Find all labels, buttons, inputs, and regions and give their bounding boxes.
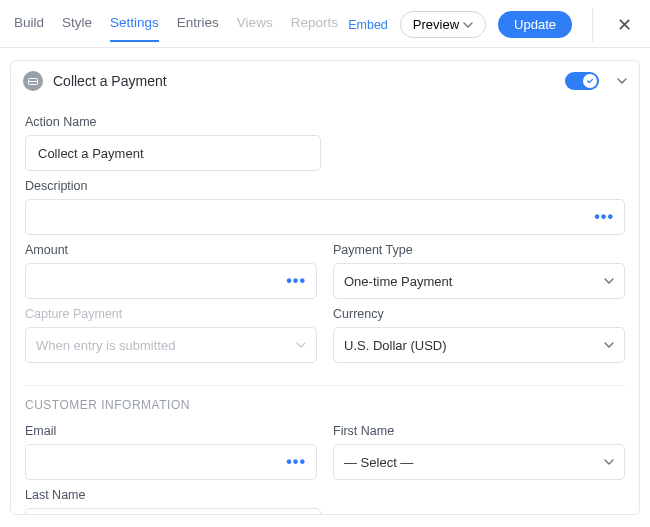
last-name-select[interactable]: — Select — xyxy=(25,508,321,515)
email-label: Email xyxy=(25,424,317,438)
action-name-input[interactable] xyxy=(25,135,321,171)
chevron-down-icon xyxy=(463,20,473,30)
description-input[interactable]: ••• xyxy=(25,199,625,235)
amount-field[interactable] xyxy=(36,273,286,290)
more-options-icon[interactable]: ••• xyxy=(286,458,306,466)
email-input[interactable]: ••• xyxy=(25,444,317,480)
email-field[interactable] xyxy=(36,454,286,471)
more-options-icon[interactable]: ••• xyxy=(286,277,306,285)
currency-label: Currency xyxy=(333,307,625,321)
preview-label: Preview xyxy=(413,17,459,32)
tab-entries[interactable]: Entries xyxy=(177,15,219,42)
amount-input[interactable]: ••• xyxy=(25,263,317,299)
description-field[interactable] xyxy=(36,209,594,226)
enable-toggle[interactable] xyxy=(565,72,599,90)
divider xyxy=(592,8,593,42)
first-name-label: First Name xyxy=(333,424,625,438)
payment-icon xyxy=(23,71,43,91)
panel-body: Action Name Description ••• Amount ••• P… xyxy=(11,101,639,515)
more-options-icon[interactable]: ••• xyxy=(594,213,614,221)
row-lastname: Last Name — Select — xyxy=(25,480,625,515)
preview-button[interactable]: Preview xyxy=(400,11,486,38)
row-email-firstname: Email ••• First Name — Select — xyxy=(25,416,625,480)
tab-views[interactable]: Views xyxy=(237,15,273,42)
tab-settings[interactable]: Settings xyxy=(110,15,159,42)
capture-payment-select: When entry is submitted xyxy=(25,327,317,363)
capture-payment-label: Capture Payment xyxy=(25,307,317,321)
first-name-value: — Select — xyxy=(344,455,413,470)
settings-panel: Collect a Payment Action Name Descriptio… xyxy=(10,60,640,515)
row-amount-type: Amount ••• Payment Type One-time Payment xyxy=(25,235,625,299)
check-icon xyxy=(586,77,594,85)
payment-type-value: One-time Payment xyxy=(344,274,452,289)
action-name-field[interactable] xyxy=(36,145,310,162)
topbar: Build Style Settings Entries Views Repor… xyxy=(0,0,650,48)
chevron-down-icon xyxy=(604,340,614,350)
chevron-down-icon xyxy=(604,457,614,467)
update-button[interactable]: Update xyxy=(498,11,572,38)
chevron-down-icon xyxy=(617,76,627,86)
customer-info-heading: CUSTOMER INFORMATION xyxy=(25,398,625,412)
first-name-select[interactable]: — Select — xyxy=(333,444,625,480)
toggle-knob xyxy=(583,74,597,88)
panel-header: Collect a Payment xyxy=(11,61,639,101)
payment-type-select[interactable]: One-time Payment xyxy=(333,263,625,299)
embed-link[interactable]: Embed xyxy=(348,18,388,32)
tab-style[interactable]: Style xyxy=(62,15,92,42)
amount-label: Amount xyxy=(25,243,317,257)
last-name-label: Last Name xyxy=(25,488,321,502)
action-name-label: Action Name xyxy=(25,115,625,129)
expand-chevron[interactable] xyxy=(617,74,627,89)
chevron-down-icon xyxy=(604,276,614,286)
tabs: Build Style Settings Entries Views Repor… xyxy=(14,15,348,42)
tab-build[interactable]: Build xyxy=(14,15,44,42)
currency-select[interactable]: U.S. Dollar (USD) xyxy=(333,327,625,363)
top-actions: Embed Preview Update ✕ xyxy=(348,8,636,50)
currency-value: U.S. Dollar (USD) xyxy=(344,338,447,353)
close-icon[interactable]: ✕ xyxy=(609,10,636,40)
payment-type-label: Payment Type xyxy=(333,243,625,257)
chevron-down-icon xyxy=(296,340,306,350)
section-divider xyxy=(25,385,625,386)
capture-payment-value: When entry is submitted xyxy=(36,338,175,353)
description-label: Description xyxy=(25,179,625,193)
panel-title: Collect a Payment xyxy=(53,73,555,89)
row-capture-currency: Capture Payment When entry is submitted … xyxy=(25,299,625,363)
tab-reports[interactable]: Reports xyxy=(291,15,338,42)
